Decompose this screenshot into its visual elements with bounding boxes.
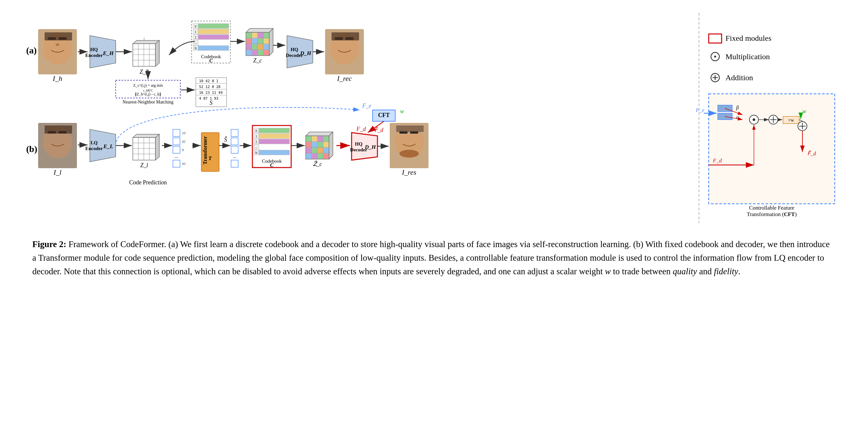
svg-rect-125	[231, 130, 238, 137]
svg-rect-42	[198, 46, 229, 51]
row-a-label: (a)	[26, 45, 37, 55]
svg-rect-12	[133, 44, 155, 66]
svg-rect-58	[246, 44, 252, 50]
svg-rect-94	[44, 125, 72, 134]
svg-text:2: 2	[195, 35, 196, 39]
svg-rect-164	[306, 153, 312, 159]
s-label: S	[210, 100, 213, 106]
svg-text:Encoder: Encoder	[85, 53, 103, 58]
caption-figure-num: Figure 2:	[32, 239, 66, 249]
svg-text:C: C	[270, 162, 274, 168]
svg-text:C: C	[209, 58, 213, 63]
svg-rect-37	[198, 35, 229, 39]
svg-text:2: 2	[256, 140, 257, 144]
svg-rect-156	[306, 142, 312, 147]
hq-encoder-var: E_H	[102, 50, 114, 56]
svg-rect-63	[252, 50, 257, 55]
svg-marker-149	[306, 132, 333, 136]
svg-point-205	[753, 118, 755, 121]
fixed-modules-label: Fixed modules	[725, 34, 771, 42]
svg-text:1: 1	[195, 30, 196, 34]
svg-rect-158	[318, 142, 323, 147]
svg-rect-62	[246, 50, 252, 55]
svg-text:93: 93	[182, 162, 186, 166]
svg-text:F̂_d: F̂_d	[374, 126, 383, 133]
svg-text:10: 10	[182, 131, 186, 135]
svg-rect-64	[258, 50, 264, 55]
cft-box: CFT	[378, 112, 390, 118]
svg-rect-54	[246, 38, 252, 44]
svg-rect-153	[312, 136, 317, 142]
svg-rect-60	[258, 44, 264, 50]
svg-rect-55	[252, 38, 257, 44]
svg-text:↓: ↓	[143, 36, 146, 41]
svg-rect-59	[252, 44, 257, 50]
row-b-label: (b)	[26, 144, 37, 154]
svg-text:...: ...	[255, 145, 257, 149]
svg-rect-162	[318, 148, 323, 153]
caption-text-4: .	[738, 266, 740, 276]
svg-rect-191	[709, 34, 722, 43]
svg-rect-34	[198, 29, 229, 34]
nn-label: Nearest-Neighbor Matching	[122, 100, 173, 105]
svg-rect-152	[306, 136, 312, 142]
svg-text:4  87   1  93: 4 87 1 93	[199, 96, 218, 101]
svg-rect-160	[306, 148, 312, 153]
svg-text:F_e: F_e	[362, 103, 371, 109]
svg-point-193	[714, 56, 716, 58]
svg-rect-129	[231, 160, 238, 167]
svg-rect-157	[312, 142, 317, 147]
svg-text:0: 0	[256, 129, 257, 133]
transformer-t: T	[209, 155, 212, 161]
svg-marker-109	[155, 134, 159, 160]
main-container: (a) I_h HQ Encoder E_H	[0, 0, 868, 425]
svg-marker-20	[133, 40, 159, 44]
caption-text-3: and	[697, 266, 714, 276]
svg-rect-50	[246, 33, 252, 38]
svg-text:w: w	[400, 108, 404, 114]
svg-text:10  42   8  1: 10 42 8 1	[199, 79, 218, 83]
il-label: I_l	[53, 168, 61, 176]
svg-text:42: 42	[182, 139, 185, 143]
svg-text:Transformation (CFT): Transformation (CFT)	[747, 211, 797, 217]
svg-rect-61	[264, 44, 269, 50]
svg-rect-53	[264, 33, 269, 38]
zc-hat-label: Ẑ_c	[313, 161, 322, 167]
svg-text:...: ...	[175, 154, 178, 159]
svg-text:52  12   0  28: 52 12 0 28	[199, 85, 220, 89]
svg-point-6	[56, 43, 59, 46]
svg-rect-115	[173, 160, 180, 167]
svg-text:16  23  11  49: 16 23 11 49	[199, 90, 223, 95]
svg-rect-166	[318, 153, 323, 159]
svg-rect-113	[173, 146, 180, 153]
figure-area: (a) I_h HQ Encoder E_H	[20, 10, 848, 230]
svg-text:Z_c^(i,j) = arg min: Z_c^(i,j) = arg min	[133, 83, 163, 88]
svg-rect-127	[231, 146, 238, 153]
zh-label: Z_h	[140, 68, 149, 75]
svg-text:F_e: F_e	[695, 107, 705, 113]
svg-marker-150	[329, 132, 333, 159]
zc-label: Z_c	[253, 57, 262, 64]
svg-text:w: w	[802, 108, 806, 114]
hq-decoder-var: D_H	[300, 50, 312, 56]
svg-rect-52	[258, 33, 264, 38]
svg-rect-167	[323, 153, 329, 159]
svg-rect-65	[264, 50, 269, 55]
svg-text:1: 1	[256, 135, 257, 138]
svg-rect-163	[323, 148, 329, 153]
svg-text:F_d: F_d	[713, 158, 722, 164]
svg-rect-165	[312, 153, 317, 159]
svg-marker-108	[133, 134, 159, 138]
svg-rect-133	[259, 128, 289, 133]
svg-text:F_d: F_d	[356, 126, 366, 132]
caption-quality-italic: quality	[673, 266, 697, 276]
caption-w-italic: w	[605, 266, 611, 276]
svg-rect-161	[312, 148, 317, 153]
svg-text:‖Z_h^(i,j) - c_k‖: ‖Z_h^(i,j) - c_k‖	[135, 92, 161, 96]
svg-marker-47	[246, 28, 273, 32]
svg-text:0: 0	[195, 25, 196, 28]
svg-text:×w: ×w	[788, 118, 794, 122]
svg-rect-56	[258, 38, 264, 44]
svg-rect-155	[323, 136, 329, 142]
svg-text:...: ...	[233, 154, 237, 159]
